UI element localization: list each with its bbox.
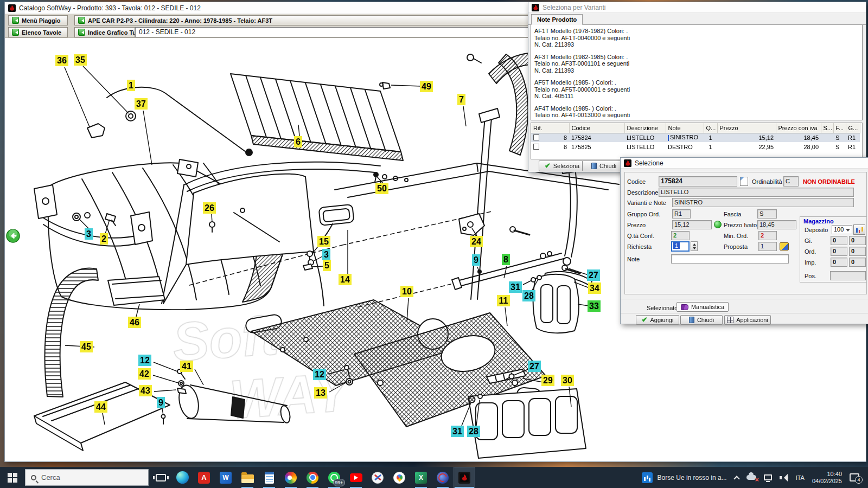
part-label-7[interactable]: 7 [457, 94, 465, 105]
part-label-13[interactable]: 13 [314, 387, 327, 399]
part-label-15[interactable]: 15 [317, 236, 330, 247]
keyboard-language[interactable]: ITA [796, 474, 805, 481]
part-label-6[interactable]: 6 [294, 136, 302, 147]
table-row[interactable]: 8175824LISTELLOSINISTRO115,1218,45SR1 [531, 133, 860, 142]
part-label-1[interactable]: 1 [127, 80, 135, 91]
applicazioni-button[interactable]: Applicazioni [724, 315, 771, 325]
richiesta-input[interactable]: 1 [671, 241, 690, 252]
tab-note-prodotto[interactable]: Note Prodotto [531, 14, 583, 25]
part-label-37[interactable]: 37 [135, 98, 148, 110]
varianti-titlebar[interactable]: Seleziona per Varianti [528, 2, 866, 13]
part-label-2[interactable]: 2 [100, 233, 108, 245]
part-label-30[interactable]: 30 [561, 375, 574, 386]
search-input[interactable]: Cerca [25, 469, 149, 486]
taskbar-icon-youtube[interactable] [345, 467, 367, 488]
taskbar-icon-softway-catalog[interactable] [454, 467, 475, 488]
taskbar-icon-snipping-tool[interactable] [367, 467, 388, 488]
part-label-9[interactable]: 9 [157, 397, 165, 408]
taskbar-icon-google-maps[interactable] [388, 467, 410, 488]
part-label-36[interactable]: 36 [55, 55, 68, 66]
stock-chart-button[interactable] [853, 224, 865, 235]
taskbar-icon-file-explorer[interactable] [237, 467, 258, 488]
part-label-12[interactable]: 12 [313, 369, 326, 380]
indice-grafico-button[interactable]: Indice Grafico Tutte le [74, 27, 135, 37]
part-label-12[interactable]: 12 [138, 355, 151, 366]
seleziona-button[interactable]: ✔ Seleziona [539, 160, 585, 171]
deposito-select[interactable]: 100 [832, 225, 852, 234]
part-label-26[interactable]: 26 [203, 202, 216, 214]
part-label-14[interactable]: 14 [339, 274, 352, 285]
column-header[interactable]: Prezzo [717, 123, 776, 133]
varianti-chiudi-button[interactable]: Chiudi [582, 160, 626, 171]
part-label-24[interactable]: 24 [470, 236, 483, 247]
part-label-33[interactable]: 33 [588, 300, 601, 312]
column-header[interactable]: Descrizione [624, 123, 666, 133]
column-header[interactable]: Codice [569, 123, 624, 133]
news-widget[interactable]: Borse Ue in rosso in a... [642, 472, 727, 483]
part-label-3[interactable]: 3 [85, 228, 93, 240]
richiesta-spinner[interactable] [691, 241, 698, 251]
taskbar-icon-notes-app[interactable] [258, 467, 280, 488]
menu-piaggio-button[interactable]: Menù Piaggio [8, 15, 68, 25]
taskbar-icon-task-view[interactable] [150, 467, 171, 488]
note-input[interactable] [671, 254, 789, 264]
selezione-chiudi-button[interactable]: Chiudi [680, 315, 723, 325]
part-label-9[interactable]: 9 [472, 254, 480, 266]
part-label-50[interactable]: 50 [375, 183, 388, 194]
part-label-41[interactable]: 41 [180, 361, 193, 372]
manualistica-tab[interactable]: Manualistica [676, 302, 729, 312]
document-icon-button[interactable] [740, 177, 748, 186]
part-label-8[interactable]: 8 [502, 254, 510, 265]
notification-center-icon[interactable]: 4 [850, 473, 859, 481]
part-label-3[interactable]: 3 [322, 249, 330, 260]
part-label-34[interactable]: 34 [588, 282, 601, 294]
column-header[interactable]: Note [666, 123, 704, 133]
part-label-27[interactable]: 27 [587, 269, 600, 281]
aggiungi-button[interactable]: ✔ Aggiungi [636, 315, 679, 325]
file-explorer-icon [241, 474, 254, 483]
row-checkbox[interactable] [533, 144, 539, 150]
part-label-28[interactable]: 28 [467, 426, 480, 437]
part-label-44[interactable]: 44 [94, 401, 107, 413]
clock[interactable]: 10:40 04/02/2025 [812, 471, 842, 485]
column-header[interactable]: Rif. [531, 123, 569, 133]
part-label-11[interactable]: 11 [497, 295, 510, 306]
part-label-10[interactable]: 10 [400, 286, 413, 297]
selezione-titlebar[interactable]: Selezione [621, 158, 868, 169]
taskbar-icon-acrobat[interactable] [193, 467, 215, 488]
taskbar-icon-whatsapp[interactable]: 99+ [323, 467, 345, 488]
elenco-tavole-button[interactable]: Elenco Tavole [8, 27, 68, 37]
part-label-28[interactable]: 28 [522, 290, 535, 301]
part-label-31[interactable]: 31 [509, 281, 522, 293]
table-row[interactable]: 8175825LISTELLODESTRO122,9528,00SR1 [531, 142, 860, 151]
tray-chevron-icon[interactable] [733, 476, 739, 481]
onedrive-error-icon[interactable]: × [746, 475, 756, 480]
part-label-45[interactable]: 45 [80, 341, 93, 352]
part-label-42[interactable]: 42 [138, 368, 151, 380]
part-label-27[interactable]: 27 [528, 361, 541, 372]
taskbar-icon-word[interactable] [215, 467, 237, 488]
taskbar-icon-chrome[interactable] [302, 467, 323, 488]
part-label-43[interactable]: 43 [139, 385, 152, 396]
column-header[interactable]: Prezzo con iva [776, 123, 821, 133]
part-label-29[interactable]: 29 [541, 375, 554, 386]
network-icon[interactable] [764, 474, 772, 480]
taskbar-icon-excel[interactable] [410, 467, 432, 488]
part-label-49[interactable]: 49 [420, 81, 433, 92]
taskbar-icon-app-misc[interactable] [432, 467, 454, 488]
taskbar-icon-paint[interactable] [280, 467, 302, 488]
part-label-35[interactable]: 35 [74, 54, 87, 66]
column-header[interactable]: Q... [704, 123, 717, 133]
part-label-31[interactable]: 31 [451, 426, 464, 437]
column-header[interactable]: G... [846, 123, 860, 133]
column-header[interactable]: S... [821, 123, 833, 133]
taskbar-icon-edge[interactable] [171, 467, 193, 488]
start-button[interactable] [0, 467, 25, 488]
part-label-5[interactable]: 5 [323, 260, 331, 271]
back-button[interactable] [6, 229, 20, 243]
part-label-46[interactable]: 46 [128, 317, 141, 328]
volume-icon[interactable] [780, 474, 788, 481]
column-header[interactable]: F... [833, 123, 846, 133]
row-checkbox[interactable] [533, 134, 539, 140]
cart-cube-icon-button[interactable] [780, 242, 789, 251]
